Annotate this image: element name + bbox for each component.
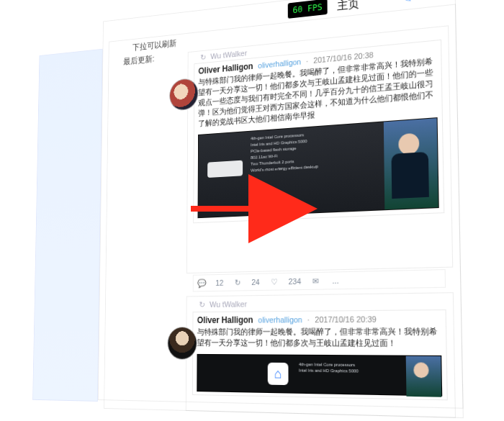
post-media[interactable]: 4th-gen Intel Core processors Intel Iris… — [198, 117, 439, 218]
presenter-image — [406, 356, 441, 397]
post-header: Oliver Halligon oliverhalligon · 2017/10… — [193, 310, 446, 327]
separator-dot: · — [306, 56, 308, 66]
feed-post[interactable]: Oliver Halligon oliverhalligon · 2017/10… — [192, 309, 448, 400]
mac-mini-image — [207, 160, 243, 178]
presenter-image — [384, 118, 438, 209]
compose-icon[interactable]: ✎ — [397, 0, 416, 9]
retweet-count: 24 — [251, 278, 259, 286]
post-timestamp: 2017/10/16 20:39 — [315, 314, 377, 324]
slide-bullets: 4th-gen Intel Core processors Intel Iris… — [251, 127, 381, 174]
keynote-slide: 4th-gen Intel Core processors Intel Iris… — [198, 122, 384, 217]
like-count: 234 — [289, 277, 302, 286]
post-body: 与特殊部门我的律师一起晚餐。我喝醉了，但非常非常高兴！我特别希望有一天分享这一切… — [193, 326, 446, 353]
perspective-side-panel — [32, 49, 102, 402]
page-title: 主页 — [333, 0, 364, 16]
overlay-text: 4th-gen Intel Core processors Intel Iris… — [299, 361, 359, 374]
retweet-icon: ↻ — [199, 300, 205, 309]
feed-post[interactable]: Oliver Halligon oliverhalligon · 2017/10… — [193, 40, 444, 223]
more-icon[interactable]: ... — [330, 276, 341, 285]
avatar[interactable] — [167, 327, 197, 360]
author-name[interactable]: Oliver Halligon — [197, 314, 253, 325]
retweet-by: Wu tWalker — [210, 299, 247, 309]
message-icon[interactable]: ✉ — [311, 276, 321, 286]
fps-indicator: 60 FPS — [288, 0, 328, 19]
retweet-icon[interactable]: ↻ — [233, 278, 242, 287]
home-app-icon: ⌂ — [268, 363, 289, 385]
like-icon[interactable]: ♡ — [269, 277, 279, 286]
retweet-icon: ↻ — [200, 53, 206, 61]
reply-count: 12 — [215, 279, 223, 287]
reply-icon[interactable]: 💬 — [197, 279, 207, 288]
separator-dot: · — [307, 314, 310, 325]
post-media[interactable]: ⌂ 4th-gen Intel Core processors Intel Ir… — [197, 354, 442, 397]
author-handle[interactable]: oliverhalligon — [258, 315, 302, 325]
retweet-attribution: ↻ Wu tWalker — [199, 299, 247, 312]
